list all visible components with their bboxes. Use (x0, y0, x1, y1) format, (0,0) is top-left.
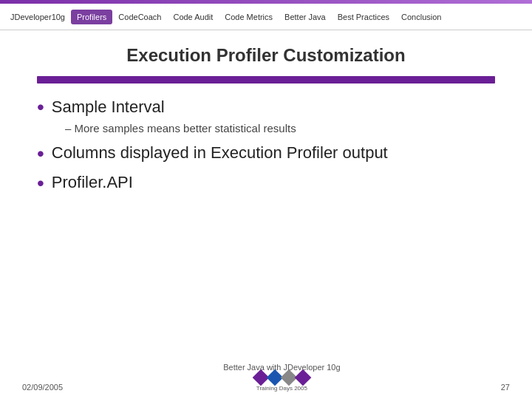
bullet-dot-1: • (37, 97, 44, 117)
nav-item-codeaudit[interactable]: Code Audit (167, 10, 219, 24)
bullet-main-2: • Columns displayed in Execution Profile… (37, 143, 495, 164)
footer-logo: Training Days 2005 (223, 372, 340, 392)
slide-title: Execution Profiler Customization (37, 45, 495, 66)
nav-item-codemetrics[interactable]: Code Metrics (219, 10, 279, 24)
nav-item-bestpractices[interactable]: Best Practices (332, 10, 395, 24)
footer-title: Better Java with JDeveloper 10g (223, 363, 340, 372)
bullet-section-2: • Columns displayed in Execution Profile… (37, 143, 495, 164)
nav-item-jdeveloper[interactable]: JDeveloper10g (4, 10, 71, 24)
logo-diamonds (223, 372, 340, 383)
bullet-sub-1: More samples means better statistical re… (65, 122, 495, 134)
main-content: Execution Profiler Customization • Sampl… (0, 30, 532, 217)
bullet-section-3: • Profiler.API (37, 173, 495, 194)
diamond-4 (295, 369, 312, 386)
purple-divider (37, 76, 495, 83)
nav-item-profilers[interactable]: Profilers (71, 10, 112, 24)
logo-subtext: Training Days 2005 (223, 385, 340, 392)
bullet-main-label-2: Columns displayed in Execution Profiler … (52, 143, 388, 163)
nav-bar: JDeveloper10g Profilers CodeCoach Code A… (0, 4, 532, 30)
footer-page: 27 (501, 383, 510, 392)
nav-item-codecoach[interactable]: CodeCoach (112, 10, 167, 24)
bullet-main-label-1: Sample Interval (52, 98, 165, 117)
bullet-main-1: • Sample Interval (37, 97, 495, 117)
footer-date: 02/09/2005 (22, 383, 63, 392)
bullet-dot-2: • (37, 143, 44, 164)
nav-item-betterjava[interactable]: Better Java (279, 10, 332, 24)
bullet-section-1: • Sample Interval More samples means bet… (37, 97, 495, 134)
bullet-main-label-3: Profiler.API (52, 173, 133, 192)
nav-item-conclusion[interactable]: Conclusion (395, 10, 447, 24)
nav-wrapper: JDeveloper10g Profilers CodeCoach Code A… (0, 0, 532, 30)
bullet-dot-3: • (37, 173, 44, 194)
bullet-main-3: • Profiler.API (37, 173, 495, 194)
footer-center-text: Better Java with JDeveloper 10g Training… (223, 363, 340, 392)
footer: 02/09/2005 Better Java with JDeveloper 1… (0, 363, 532, 392)
